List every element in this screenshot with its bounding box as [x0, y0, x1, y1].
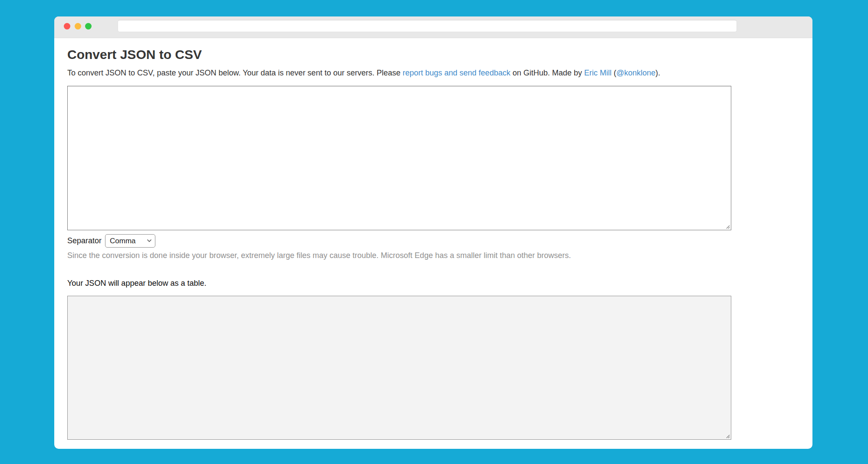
separator-row: Separator Comma — [67, 234, 155, 248]
intro-text: on GitHub. Made by — [510, 69, 584, 77]
json-input-wrapper — [67, 86, 731, 230]
table-caption: Your JSON will appear below as a table. — [67, 279, 207, 288]
konklone-handle-link[interactable]: @konklone — [616, 69, 655, 77]
eric-mill-link[interactable]: Eric Mill — [584, 69, 612, 77]
separator-label: Separator — [67, 236, 102, 245]
browser-titlebar[interactable] — [54, 16, 812, 38]
browser-window: Convert JSON to CSV To convert JSON to C… — [54, 16, 812, 449]
resize-grip-icon[interactable] — [724, 223, 730, 229]
intro-text: To convert JSON to CSV, paste your JSON … — [67, 69, 403, 77]
close-button[interactable] — [64, 23, 70, 29]
desktop-background: Convert JSON to CSV To convert JSON to C… — [0, 0, 868, 464]
separator-select-wrapper: Comma — [105, 234, 155, 248]
intro-text: ). — [655, 69, 660, 77]
intro-text: ( — [612, 69, 616, 77]
page-title: Convert JSON to CSV — [67, 47, 202, 62]
browser-limit-note: Since the conversion is done inside your… — [67, 251, 731, 260]
intro-paragraph: To convert JSON to CSV, paste your JSON … — [67, 68, 731, 78]
json-input-textarea[interactable] — [67, 86, 731, 230]
csv-output-wrapper — [67, 296, 731, 440]
csv-output-textarea[interactable] — [67, 296, 731, 440]
resize-grip-icon[interactable] — [724, 433, 730, 439]
report-bugs-link[interactable]: report bugs and send feedback — [403, 69, 510, 77]
minimize-button[interactable] — [75, 23, 81, 29]
address-bar-input[interactable] — [118, 20, 737, 32]
zoom-button[interactable] — [85, 23, 92, 29]
separator-select[interactable]: Comma — [105, 234, 155, 248]
